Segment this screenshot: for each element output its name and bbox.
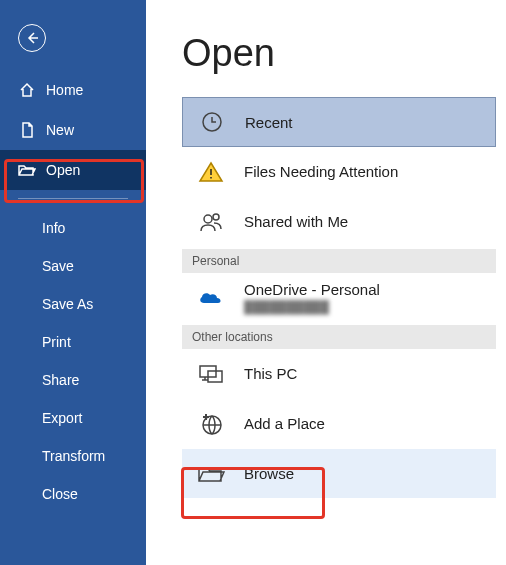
- location-label: Files Needing Attention: [244, 163, 398, 180]
- sidebar-item-close[interactable]: Close: [0, 475, 146, 513]
- folder-icon: [196, 459, 226, 489]
- folder-open-icon: [18, 161, 36, 179]
- sidebar-item-home[interactable]: Home: [0, 70, 146, 110]
- section-other: Other locations: [182, 325, 496, 349]
- sidebar-item-save-as[interactable]: Save As: [0, 285, 146, 323]
- sidebar-item-label: Home: [46, 82, 83, 98]
- location-label: OneDrive - Personal: [244, 281, 380, 298]
- globe-plus-icon: [196, 409, 226, 439]
- location-recent[interactable]: Recent: [182, 97, 496, 147]
- onedrive-icon: [196, 283, 226, 313]
- sidebar-item-share[interactable]: Share: [0, 361, 146, 399]
- location-shared[interactable]: Shared with Me: [182, 197, 496, 247]
- sidebar-item-export[interactable]: Export: [0, 399, 146, 437]
- svg-point-1: [204, 215, 212, 223]
- sidebar-item-print[interactable]: Print: [0, 323, 146, 361]
- people-icon: [196, 207, 226, 237]
- warning-icon: [196, 157, 226, 187]
- onedrive-account: ██████████: [244, 300, 380, 314]
- sidebar-item-open[interactable]: Open: [0, 150, 146, 190]
- location-attention[interactable]: Files Needing Attention: [182, 147, 496, 197]
- location-label: Add a Place: [244, 415, 325, 432]
- svg-point-2: [213, 214, 219, 220]
- sidebar-item-label: Open: [46, 162, 80, 178]
- section-personal: Personal: [182, 249, 496, 273]
- document-icon: [18, 121, 36, 139]
- sidebar-item-new[interactable]: New: [0, 110, 146, 150]
- location-label: Shared with Me: [244, 213, 348, 230]
- location-browse[interactable]: Browse: [182, 449, 496, 499]
- sidebar: Home New Open Info Save Save As Print Sh…: [0, 0, 146, 565]
- home-icon: [18, 81, 36, 99]
- clock-icon: [197, 107, 227, 137]
- location-label: Browse: [244, 465, 294, 482]
- sidebar-item-label: New: [46, 122, 74, 138]
- location-label: This PC: [244, 365, 297, 382]
- arrow-left-icon: [25, 31, 39, 45]
- divider: [18, 198, 128, 199]
- page-title: Open: [182, 32, 506, 75]
- location-onedrive[interactable]: OneDrive - Personal ██████████: [182, 273, 496, 323]
- location-addplace[interactable]: Add a Place: [182, 399, 496, 449]
- sidebar-item-save[interactable]: Save: [0, 247, 146, 285]
- location-thispc[interactable]: This PC: [182, 349, 496, 399]
- main-panel: Open Recent Files Needing Attention Shar…: [146, 0, 506, 565]
- sidebar-item-info[interactable]: Info: [0, 209, 146, 247]
- location-label: Recent: [245, 114, 293, 131]
- sidebar-item-transform[interactable]: Transform: [0, 437, 146, 475]
- open-locations-list: Recent Files Needing Attention Shared wi…: [182, 97, 496, 499]
- pc-icon: [196, 359, 226, 389]
- back-button[interactable]: [18, 24, 46, 52]
